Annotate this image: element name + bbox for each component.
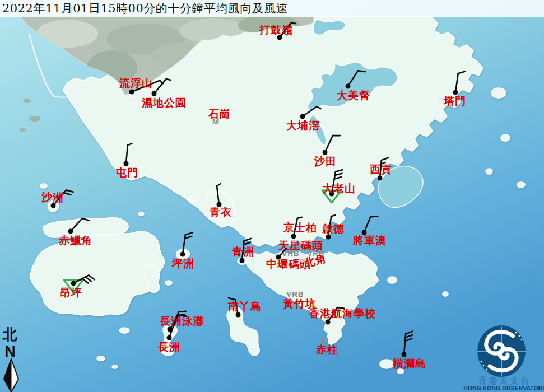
hko-logo-english-name: HONG KONG OBSERVATORY — [463, 385, 544, 391]
station-dot — [300, 114, 305, 119]
station-dot — [152, 91, 157, 96]
wind-barb-feather — [178, 315, 185, 315]
station-dot — [378, 176, 383, 181]
station-name-label: 長洲 — [157, 340, 180, 353]
north-label-chinese: 北 — [2, 326, 17, 343]
station-name-label: 大埔滘 — [286, 119, 320, 132]
station-name-label: 將軍澳 — [352, 234, 387, 246]
sunshine-island — [165, 281, 172, 285]
station-dot — [346, 84, 351, 89]
station-name-label: 屯門 — [115, 166, 138, 179]
soko-island-1 — [97, 356, 105, 361]
mirs-bay-island-3 — [486, 169, 492, 174]
station-name-label: 沙洲 — [41, 191, 64, 203]
station-name-label: 香港航海學校 — [308, 307, 376, 319]
hong-kong-wind-map: 打鼓嶺流浮山濕地公園M石崗大美督塔門大埔滘沙田西貢大老山屯門沙洲青衣赤鱲角坪洲昂… — [0, 0, 544, 392]
mirs-bay-island-2 — [501, 134, 510, 141]
wind-barb-feather — [297, 217, 302, 218]
shek-kwu-chau — [119, 328, 129, 333]
station-dot — [71, 281, 76, 286]
mirs-bay-island-4 — [517, 182, 525, 188]
station-name-label: 石崗 — [208, 108, 231, 120]
station-name-label: 青衣 — [209, 206, 232, 218]
tung-lung-chau — [388, 277, 397, 283]
station-dot — [167, 335, 172, 340]
ninepin-island — [443, 292, 448, 296]
brothers-island — [138, 212, 144, 216]
station-name-label: 流浮山 — [119, 77, 153, 89]
beaufort-island — [397, 369, 404, 374]
station-name-label: 啟德 — [322, 222, 345, 235]
wind-barb-feather — [179, 311, 186, 312]
map-title: 2022年11月01日15時00分的十分鐘平均風向及風速 — [0, 0, 544, 17]
station-name-label: 大美督 — [337, 89, 370, 101]
po-toi-island — [380, 360, 393, 368]
station-name-label: 京士柏 — [283, 221, 317, 234]
station-dot — [291, 234, 296, 239]
station-dot — [124, 161, 129, 166]
soko-island-2 — [112, 365, 118, 368]
station-name-label: 青洲 — [231, 245, 254, 258]
station-name-label: 打鼓嶺 — [259, 24, 293, 36]
wind-map-page: 打鼓嶺流浮山濕地公園M石崗大美督塔門大埔滘沙田西貢大老山屯門沙洲青衣赤鱲角坪洲昂… — [0, 0, 544, 392]
station-name-label: 西貢 — [369, 163, 392, 175]
station-name-label: 昂坪 — [60, 286, 82, 298]
station-name-label: 長洲泳灘 — [159, 315, 204, 327]
wind-barb-feather — [358, 71, 365, 72]
station-name-label: 赤鱲角 — [58, 234, 92, 246]
station-dot — [51, 203, 56, 208]
mirs-bay-island-1 — [491, 88, 506, 98]
station-dot — [326, 235, 331, 240]
wind-barb-feather — [370, 217, 378, 217]
station-name-label: 沙田 — [314, 155, 337, 167]
station-dot — [240, 258, 245, 263]
station-dot — [68, 229, 73, 234]
station-dot — [129, 90, 134, 95]
station-name-label: 橫瀾島 — [392, 357, 426, 370]
lung-kwu-chau — [40, 184, 47, 188]
station-name-label: 濕地公園 — [141, 96, 187, 109]
station-name-label: 大老山 — [322, 182, 356, 194]
station-dot — [236, 312, 241, 318]
station-dot — [402, 352, 407, 357]
ma-wan-island — [189, 195, 197, 201]
station-name-label: 赤柱 — [315, 343, 338, 356]
station-dot — [323, 150, 328, 155]
station-name-label: 塔門 — [443, 95, 466, 107]
station-dot — [326, 320, 331, 325]
station-name-label: 南丫島 — [227, 300, 262, 312]
station-dot — [180, 252, 185, 257]
north-label-n: N — [4, 343, 16, 360]
station-name-label: 坪洲 — [171, 257, 194, 269]
